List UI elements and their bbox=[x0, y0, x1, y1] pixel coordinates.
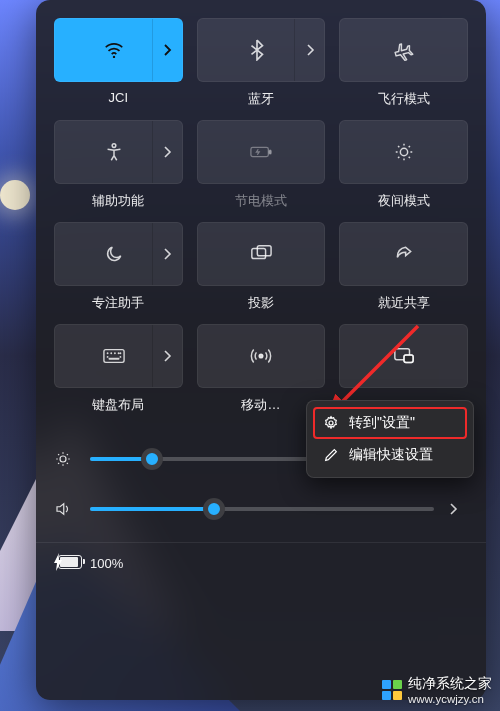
svg-point-0 bbox=[113, 56, 115, 58]
mobile-hotspot-label: 移动… bbox=[241, 396, 280, 414]
bluetooth-label: 蓝牙 bbox=[248, 90, 274, 108]
accessibility-tile[interactable] bbox=[54, 120, 183, 184]
focus-assist-expand-button[interactable] bbox=[152, 223, 182, 285]
quick-settings-grid: JCI 蓝牙 bbox=[54, 18, 468, 414]
wallpaper-sun bbox=[0, 180, 30, 210]
battery-saver-label: 节电模式 bbox=[235, 192, 287, 210]
volume-slider-row bbox=[54, 484, 468, 534]
pencil-icon bbox=[323, 447, 339, 463]
keyboard-layout-expand-button[interactable] bbox=[152, 325, 182, 387]
watermark: 纯净系统之家 www.ycwjzy.cn bbox=[374, 669, 500, 711]
accessibility-label: 辅助功能 bbox=[92, 192, 144, 210]
watermark-logo bbox=[382, 680, 402, 700]
svg-rect-6 bbox=[257, 246, 271, 256]
svg-rect-10 bbox=[404, 355, 413, 362]
watermark-url: www.ycwjzy.cn bbox=[408, 693, 492, 705]
wifi-tile[interactable] bbox=[54, 18, 183, 82]
wifi-icon bbox=[103, 39, 125, 61]
edit-quick-settings-item[interactable]: 编辑快速设置 bbox=[313, 439, 467, 471]
battery-saver-icon bbox=[250, 141, 272, 163]
svg-point-13 bbox=[329, 421, 333, 425]
go-to-settings-item[interactable]: 转到"设置" bbox=[313, 407, 467, 439]
volume-slider[interactable] bbox=[90, 507, 434, 511]
airplane-mode-label: 飞行模式 bbox=[378, 90, 430, 108]
gear-icon bbox=[323, 415, 339, 431]
bluetooth-tile[interactable] bbox=[197, 18, 326, 82]
battery-percent-text: 100% bbox=[90, 556, 123, 571]
cast-icon bbox=[393, 345, 415, 367]
focus-assist-tile[interactable] bbox=[54, 222, 183, 286]
night-light-icon bbox=[393, 141, 415, 163]
svg-point-4 bbox=[400, 148, 407, 155]
bluetooth-icon bbox=[246, 39, 268, 61]
cast-tile[interactable] bbox=[339, 324, 468, 388]
accessibility-icon bbox=[103, 141, 125, 163]
svg-rect-7 bbox=[104, 350, 124, 363]
battery-charging-icon bbox=[58, 555, 82, 572]
project-icon bbox=[250, 243, 272, 265]
svg-rect-3 bbox=[269, 150, 271, 154]
mobile-hotspot-tile[interactable] bbox=[197, 324, 326, 388]
svg-point-12 bbox=[60, 456, 66, 462]
svg-point-8 bbox=[259, 354, 263, 358]
airplane-icon bbox=[393, 39, 415, 61]
bluetooth-expand-button[interactable] bbox=[294, 19, 324, 81]
wifi-expand-button[interactable] bbox=[152, 19, 182, 81]
keyboard-layout-label: 键盘布局 bbox=[92, 396, 144, 414]
brightness-thumb[interactable] bbox=[141, 448, 163, 470]
svg-rect-5 bbox=[252, 249, 266, 259]
accessibility-expand-button[interactable] bbox=[152, 121, 182, 183]
volume-icon bbox=[54, 500, 76, 518]
share-icon bbox=[393, 243, 415, 265]
volume-fill bbox=[90, 507, 214, 511]
volume-expand-button[interactable] bbox=[448, 502, 468, 516]
context-menu: 转到"设置" 编辑快速设置 bbox=[306, 400, 474, 478]
nearby-share-tile[interactable] bbox=[339, 222, 468, 286]
watermark-title: 纯净系统之家 bbox=[408, 675, 492, 693]
night-light-label: 夜间模式 bbox=[378, 192, 430, 210]
project-label: 投影 bbox=[248, 294, 274, 312]
quick-settings-panel: JCI 蓝牙 bbox=[36, 0, 486, 700]
focus-assist-label: 专注助手 bbox=[92, 294, 144, 312]
night-light-tile[interactable] bbox=[339, 120, 468, 184]
brightness-icon bbox=[54, 450, 76, 468]
go-to-settings-label: 转到"设置" bbox=[349, 414, 415, 432]
project-tile[interactable] bbox=[197, 222, 326, 286]
keyboard-layout-tile[interactable] bbox=[54, 324, 183, 388]
bottom-bar: 100% bbox=[54, 543, 468, 572]
svg-point-1 bbox=[112, 144, 116, 148]
edit-quick-settings-label: 编辑快速设置 bbox=[349, 446, 433, 464]
nearby-share-label: 就近共享 bbox=[378, 294, 430, 312]
moon-icon bbox=[103, 243, 125, 265]
hotspot-icon bbox=[250, 345, 272, 367]
keyboard-icon bbox=[103, 345, 125, 367]
volume-thumb[interactable] bbox=[203, 498, 225, 520]
wifi-label: JCI bbox=[109, 90, 129, 108]
airplane-mode-tile[interactable] bbox=[339, 18, 468, 82]
battery-saver-tile[interactable] bbox=[197, 120, 326, 184]
